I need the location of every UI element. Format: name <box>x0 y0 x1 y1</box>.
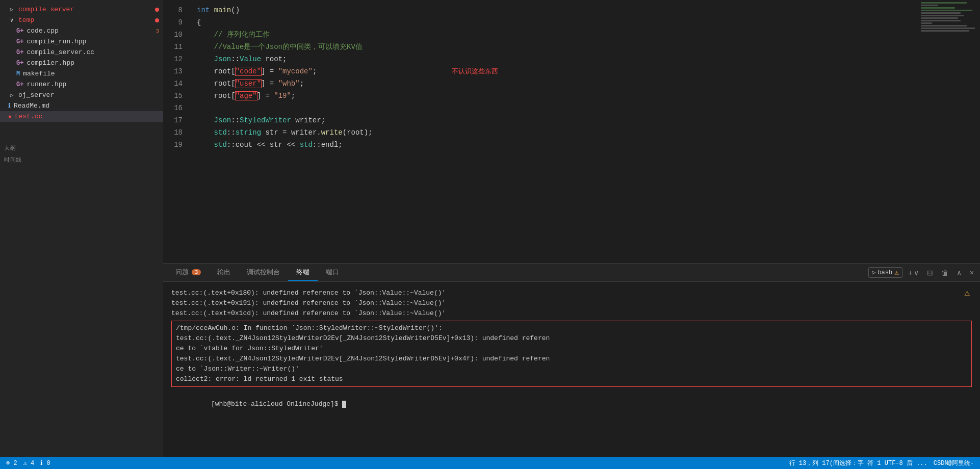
error-highlight-block: /tmp/cceAwCuh.o: In function `Json::Styl… <box>171 321 972 387</box>
add-icon: + <box>909 269 913 277</box>
code-line-10: // 序列化的工作 <box>197 29 919 41</box>
file-icon-runner-hpp: G+ <box>16 81 23 88</box>
main-area: ▷ compile_server ∨ temp G+ code.cpp 3 G+… <box>0 0 980 457</box>
split-terminal-button[interactable]: ⊟ <box>925 268 935 278</box>
sidebar-label-test-cc: test.cc <box>15 113 43 120</box>
sidebar-label-temp: temp <box>18 16 34 24</box>
oj-server-expand-icon: ▷ <box>8 92 15 98</box>
sidebar-item-test-cc[interactable]: ● test.cc <box>0 111 163 122</box>
tab-output-label: 输出 <box>217 268 230 277</box>
terminal-error-line-3: ce to `vtable for Json::StyledWriter' <box>176 344 967 354</box>
tab-debug-label: 调试控制台 <box>247 268 280 277</box>
maximize-panel-button[interactable]: ∧ <box>955 268 964 278</box>
terminal-error-line-5: ce to `Json::Writer::~Writer()' <box>176 364 967 374</box>
sidebar-label-compiler-hpp: compiler.hpp <box>27 59 74 67</box>
code-line-13: root["code"] = "mycode"; 不认识这些东西 <box>197 65 919 77</box>
sidebar-item-code-cpp[interactable]: G+ code.cpp 3 <box>0 25 163 36</box>
sidebar-item-temp[interactable]: ∨ temp <box>0 15 163 25</box>
up-icon: ∧ <box>957 269 962 277</box>
file-icon-test-cc: ● <box>8 114 12 120</box>
terminal-line-2: test.cc:(.text+0x191): undefined referen… <box>171 298 972 308</box>
sidebar-timeline-label: 时间线 <box>0 154 163 166</box>
status-warning-count: ⚠ 4 <box>23 459 35 467</box>
terminal-body[interactable]: ⚠ test.cc:(.text+0x180): undefined refer… <box>163 282 980 457</box>
sidebar-label-makefile: makefile <box>23 70 55 77</box>
close-icon: × <box>970 269 974 277</box>
close-panel-button[interactable]: × <box>968 268 976 278</box>
terminal-arrow-icon: ▷ <box>872 269 875 276</box>
file-icon-compile-run: G+ <box>16 38 23 45</box>
sidebar-item-runner-hpp[interactable]: G+ runner.hpp <box>0 79 163 90</box>
code-line-8: int main() <box>197 4 919 16</box>
sidebar-label-compile-run: compile_run.hpp <box>27 38 86 45</box>
cursor <box>342 401 346 408</box>
tab-debug[interactable]: 调试控制台 <box>239 265 288 281</box>
terminal-error-line-4: test.cc:(.text._ZN4Json12StyledWriterD2E… <box>176 354 967 364</box>
code-line-15: root["age"] = "19"; <box>197 90 919 102</box>
sidebar-label-readme: ReadMe.md <box>14 102 49 110</box>
file-icon-compiler-hpp: G+ <box>16 60 23 67</box>
expand-icon: ▷ <box>8 6 15 13</box>
terminal-error-line-6: collect2: error: ld returned 1 exit stat… <box>176 374 967 384</box>
status-line-col: 行 13，列 17(间选择：字 符 1 UTF-8 后 ... <box>789 459 927 467</box>
file-icon-makefile: M <box>16 70 20 77</box>
terminal-error-line-2: test.cc:(.text._ZN4Json12StyledWriterD2E… <box>176 333 967 344</box>
editor-area: 8 9 10 11 12 13 14 15 16 17 18 19 int ma… <box>163 0 980 457</box>
sidebar-item-compile-server[interactable]: ▷ compile_server <box>0 4 163 15</box>
trash-icon: 🗑 <box>941 269 948 277</box>
sidebar-item-readme[interactable]: ℹ ReadMe.md <box>0 100 163 111</box>
code-line-19: std::cout << str << std::endl; <box>197 139 919 151</box>
code-line-16 <box>197 102 919 114</box>
code-line-9: { <box>197 16 919 29</box>
tab-output[interactable]: 输出 <box>209 265 239 281</box>
code-line-12: Json::Value root; <box>197 53 919 65</box>
sidebar-item-compile-run[interactable]: G+ compile_run.hpp <box>0 36 163 47</box>
sidebar-label-runner-hpp: runner.hpp <box>27 81 66 88</box>
split-icon: ⊟ <box>927 269 933 277</box>
sidebar-outline-label: 大纲 <box>0 142 163 154</box>
tab-ports-label: 端口 <box>326 268 339 277</box>
code-line-18: std::string str = writer.write(root); <box>197 126 919 139</box>
kill-terminal-button[interactable]: 🗑 <box>939 268 950 278</box>
file-icon-readme: ℹ <box>8 102 11 110</box>
line-numbers: 8 9 10 11 12 13 14 15 16 17 18 19 <box>163 0 189 263</box>
tab-terminal-label: 终端 <box>296 268 310 277</box>
bash-text: bash <box>878 269 892 276</box>
add-terminal-button[interactable]: + ∨ <box>907 268 921 278</box>
annotation-text: 不认识这些东西 <box>452 65 498 77</box>
file-icon-compile-server-cc: G+ <box>16 49 23 56</box>
code-line-14: root["user"] = "whb"; <box>197 77 919 90</box>
status-error-count: ⊗ 2 <box>6 459 17 467</box>
tab-problems[interactable]: 问题 3 <box>167 265 209 281</box>
editor-content[interactable]: 8 9 10 11 12 13 14 15 16 17 18 19 int ma… <box>163 0 980 263</box>
file-icon-code-cpp: G+ <box>16 28 23 35</box>
status-right: 行 13，列 17(间选择：字 符 1 UTF-8 后 ... CSDN@阿里统… <box>789 459 974 467</box>
sidebar-item-makefile[interactable]: M makefile <box>0 68 163 79</box>
tab-problems-label: 问题 <box>175 268 189 277</box>
tab-terminal[interactable]: 终端 <box>288 265 318 281</box>
sidebar: ▷ compile_server ∨ temp G+ code.cpp 3 G+… <box>0 0 163 457</box>
tab-ports[interactable]: 端口 <box>318 265 347 281</box>
warning-icon: ⚠ <box>894 268 898 277</box>
code-content[interactable]: int main() { // 序列化的工作 //Value是一个Json的中间… <box>189 0 919 263</box>
chevron-down-icon: ∨ <box>914 269 919 277</box>
code-cpp-badge: 3 <box>156 28 159 34</box>
terminal-line-1: test.cc:(.text+0x180): undefined referen… <box>171 288 972 298</box>
panel-actions: ▷ bash ⚠ + ∨ ⊟ 🗑 ∧ <box>868 267 976 278</box>
temp-expand-icon: ∨ <box>8 17 15 23</box>
terminal-line-3: test.cc:(.text+0x1cd): undefined referen… <box>171 308 972 319</box>
sidebar-item-compile-server-cc[interactable]: G+ compile_server.cc <box>0 47 163 58</box>
status-csdn: CSDN@阿里统- <box>934 459 974 467</box>
compile-server-dot <box>155 8 159 12</box>
sidebar-item-oj-server[interactable]: ▷ oj_server <box>0 90 163 100</box>
minimap <box>919 0 980 263</box>
problems-badge: 3 <box>192 269 201 275</box>
bash-label: ▷ bash ⚠ <box>868 267 902 278</box>
terminal-prompt: [whb@bite-alicloud OnlineJudge]$ <box>171 389 972 420</box>
status-bar: ⊗ 2 ⚠ 4 ℹ 0 行 13，列 17(间选择：字 符 1 UTF-8 后 … <box>0 457 980 469</box>
terminal-error-line-1: /tmp/cceAwCuh.o: In function `Json::Styl… <box>176 323 967 333</box>
temp-dot <box>155 18 159 22</box>
sidebar-item-compiler-hpp[interactable]: G+ compiler.hpp <box>0 58 163 68</box>
sidebar-label-compile-server-cc: compile_server.cc <box>27 48 94 56</box>
sidebar-label-compile-server: compile_server <box>18 6 74 13</box>
